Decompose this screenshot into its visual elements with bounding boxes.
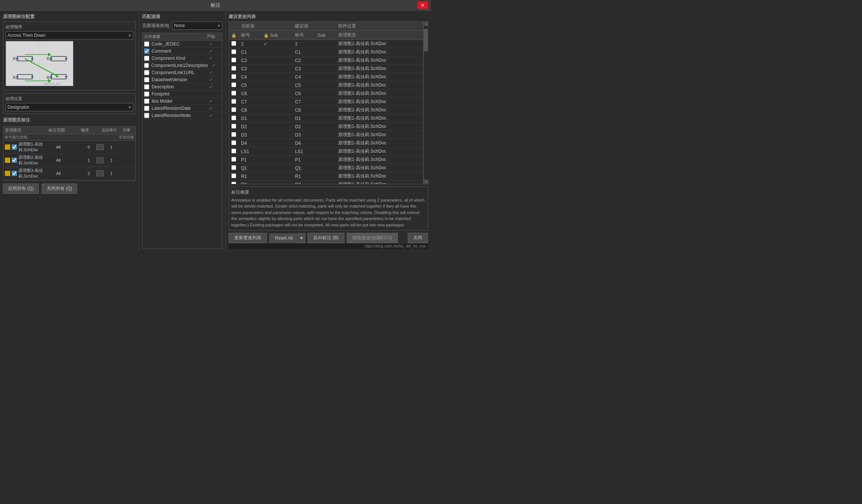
suggest-table-header: 当前值 建议值 部件位置 — [229, 22, 423, 31]
param-row-1: Comment✓ — [143, 48, 222, 55]
checkmark-icon-4: ✓ — [209, 70, 213, 75]
row-page-9: 原理图1-高佳莉.SchDoc — [336, 114, 423, 123]
update-list-button[interactable]: 更新更改列表 — [229, 233, 267, 243]
sug-designator-1: C1 — [293, 48, 315, 56]
row-cb-cell-1 — [229, 48, 239, 56]
page-scope-3: All — [56, 171, 81, 176]
th-cur-sub: 🔒 Sub — [261, 31, 293, 40]
row-checkbox-17[interactable] — [231, 182, 236, 184]
param-checkbox-8[interactable] — [144, 99, 149, 104]
row-checkbox-11[interactable] — [231, 132, 236, 137]
param-row-3: ComponentLink1Description✓ — [143, 62, 222, 69]
row-checkbox-6[interactable] — [231, 91, 236, 96]
row-cb-cell-16 — [229, 172, 239, 181]
param-name-2: Component Kind — [152, 56, 202, 61]
row-checkbox-2[interactable] — [231, 58, 236, 62]
param-checkbox-0[interactable] — [144, 41, 149, 47]
table-row: C8C8原理图1-高佳莉.SchDoc — [229, 106, 423, 114]
row-checkbox-0[interactable] — [231, 41, 236, 46]
param-checkbox-10[interactable] — [144, 113, 149, 118]
accept-changes-button[interactable]: 接收更改(创建ECO) — [347, 233, 398, 243]
cur-sub-2 — [261, 56, 293, 65]
row-cb-cell-17 — [229, 181, 239, 184]
table-row: 2✓2原理图1-高佳莉.SchDoc — [229, 40, 423, 48]
enable-all-button[interactable]: 启用所有 (Q) — [3, 184, 39, 194]
param-checkbox-5[interactable] — [144, 77, 149, 82]
param-checkbox-1[interactable] — [144, 49, 149, 54]
scroll-up-arrow[interactable]: ▲ — [424, 21, 428, 26]
param-checkbox-6[interactable] — [144, 84, 149, 90]
process-order-label: 处理顺序 — [6, 24, 133, 30]
row-checkbox-15[interactable] — [231, 165, 236, 170]
cur-designator-2: C2 — [239, 56, 261, 65]
process-order-select[interactable]: Across Then Down — [6, 31, 133, 39]
checkmark-icon-10: ✓ — [209, 113, 213, 118]
cur-designator-3: C3 — [239, 65, 261, 73]
row-checkbox-3[interactable] — [231, 66, 236, 71]
row-page-14: 原理图1-高佳莉.SchDoc — [336, 156, 423, 164]
row-checkbox-8[interactable] — [231, 107, 236, 112]
row-checkbox-14[interactable] — [231, 157, 236, 162]
disable-all-button[interactable]: 关闭所有 (Q) — [42, 184, 77, 194]
scroll-down-arrow[interactable]: ▼ — [424, 180, 428, 184]
th-sug-designator: 标号 — [293, 31, 315, 40]
row-checkbox-13[interactable] — [231, 149, 236, 153]
row-checkbox-1[interactable] — [231, 49, 236, 54]
title-bar: 标注 ✕ — [0, 0, 431, 11]
page-start-cb-1[interactable] — [96, 144, 104, 150]
param-name-6: Description — [152, 84, 202, 90]
checkmark-icon-8: ✓ — [209, 99, 213, 104]
page-name-2: 原理图2-高佳莉.SchDoc — [18, 155, 56, 166]
row-checkbox-5[interactable] — [231, 82, 236, 87]
param-name-1: Comment — [152, 49, 202, 54]
left-bottom-buttons: 启用所有 (Q) 关闭所有 (Q) — [3, 184, 136, 194]
page-row-3: 原理图3-高佳莉.SchDoc All 2 1 — [3, 167, 135, 180]
match-options-panel: 匹配选项 完善现有的包 None ▼ 元件参数 严格 Code_JEDEC✓Co… — [139, 11, 226, 252]
row-checkbox-10[interactable] — [231, 124, 236, 129]
existing-pkg-row: 完善现有的包 None ▼ — [142, 21, 222, 30]
row-checkbox-12[interactable] — [231, 140, 236, 145]
cur-designator-4: C4 — [239, 73, 261, 81]
page-scope-2: All — [56, 158, 81, 162]
page-start-cb-2[interactable] — [96, 157, 104, 163]
sug-designator-17: R2 — [293, 181, 315, 184]
param-checkbox-9[interactable] — [144, 106, 149, 111]
sug-designator-3: C3 — [293, 65, 315, 73]
close-button[interactable]: ✕ — [417, 2, 428, 9]
table-row: C2C2原理图1-高佳莉.SchDoc — [229, 56, 423, 65]
param-checkbox-2[interactable] — [144, 56, 149, 61]
existing-pkg-label: 完善现有的包 — [142, 23, 169, 29]
page-checkbox-1[interactable] — [12, 144, 17, 150]
reset-all-button[interactable]: Reset All — [269, 234, 298, 243]
param-strict-10: ✓ — [202, 113, 220, 118]
cur-sub-11 — [261, 131, 293, 139]
suffix-col-header: 后缀 — [119, 128, 134, 133]
window-title: 标注 — [14, 2, 417, 9]
row-checkbox-9[interactable] — [231, 115, 236, 120]
lock-icon-2: 🔒 — [264, 33, 269, 38]
row-checkbox-4[interactable] — [231, 74, 236, 79]
reverse-annotation-button[interactable]: 反向标注 (B) — [308, 233, 344, 243]
reset-dropdown-button[interactable]: ▼ — [298, 233, 305, 243]
sug-sub-4 — [315, 73, 336, 81]
row-page-17: 原理图1-高佳莉.SchDoc — [336, 181, 423, 184]
checkmark-icon-1: ✓ — [209, 49, 213, 54]
suggest-table-wrap[interactable]: 当前值 建议值 部件位置 🔒 标号 — [229, 21, 423, 184]
page-checkbox-3[interactable] — [12, 171, 17, 176]
existing-pkg-select[interactable]: None — [172, 21, 222, 30]
cur-designator-7: C7 — [239, 98, 261, 106]
param-checkbox-3[interactable] — [144, 63, 149, 68]
sug-sub-1 — [315, 48, 336, 56]
right-scrollbar[interactable]: ▲ ▼ — [423, 21, 428, 184]
cur-designator-5: C5 — [239, 81, 261, 90]
page-start-3: 1 — [104, 171, 119, 176]
process-pos-select[interactable]: Designator — [6, 103, 133, 111]
close-button-bottom[interactable]: 关闭 — [408, 233, 428, 243]
row-checkbox-16[interactable] — [231, 173, 236, 178]
page-checkbox-2[interactable] — [12, 158, 17, 163]
param-checkbox-4[interactable] — [144, 70, 149, 75]
row-checkbox-7[interactable] — [231, 99, 236, 104]
page-start-cb-3[interactable] — [96, 170, 104, 176]
param-checkbox-7[interactable] — [144, 91, 149, 97]
page-start-2: 1 — [104, 158, 119, 162]
